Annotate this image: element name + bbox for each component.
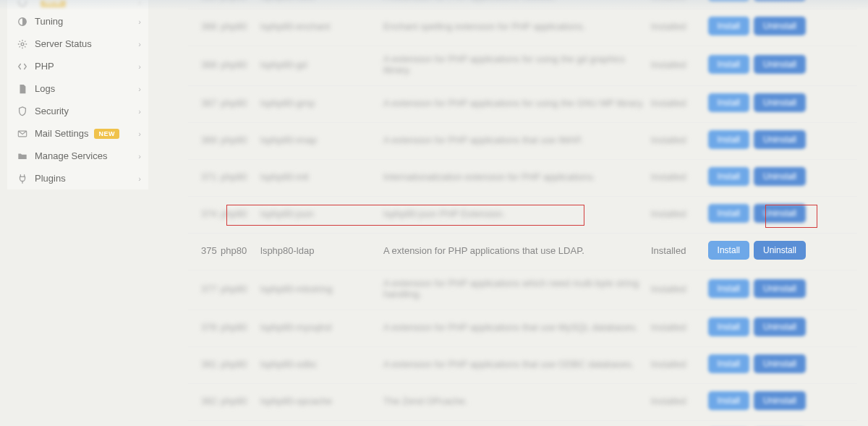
install-button[interactable]: Install (708, 318, 749, 336)
generic-icon (16, 0, 29, 7)
cell-version: php80 (221, 171, 260, 182)
table-row: 375php80lsphp80-ldapA extension for PHP … (188, 233, 857, 270)
install-button[interactable]: Install (708, 204, 749, 223)
cell-id: 367 (188, 98, 221, 108)
cell-name: lsphp80-imap (260, 135, 383, 145)
cell-version: php80 (221, 359, 260, 370)
cell-status: Installed (651, 322, 705, 333)
install-button[interactable]: Install (708, 241, 749, 260)
sidebar-item-plugins[interactable]: Plugins › (7, 167, 148, 189)
cell-status: Installed (651, 98, 705, 108)
uninstall-button[interactable]: Uninstall (754, 318, 806, 336)
chevron-right-icon: › (138, 17, 141, 26)
chevron-right-icon: › (138, 62, 141, 71)
install-button[interactable]: Install (708, 0, 749, 1)
uninstall-button[interactable]: Uninstall (754, 0, 806, 1)
sidebar-item-label: Server Status (35, 38, 92, 49)
code-icon (16, 61, 29, 72)
table-row: 378php80lsphp80-mysqlndA extension for P… (188, 310, 857, 346)
shield-icon (16, 106, 29, 116)
install-button[interactable]: Install (708, 17, 749, 35)
sidebar-item-tuning[interactable]: Tuning › (7, 10, 148, 33)
document-icon (16, 84, 29, 94)
install-button[interactable]: Install (708, 55, 749, 74)
cell-id: 378 (188, 322, 221, 333)
new-badge: NEW (94, 129, 119, 139)
uninstall-button[interactable]: Uninstall (754, 93, 806, 112)
cell-name: lsphp80-odbc (260, 359, 383, 370)
cell-status: Installed (651, 135, 705, 145)
uninstall-button[interactable]: Uninstall (754, 354, 806, 373)
install-button[interactable]: Install (708, 130, 749, 149)
uninstall-button[interactable]: Uninstall (754, 130, 806, 149)
cell-actions: InstallUninstall (705, 354, 810, 373)
install-button[interactable]: Install (708, 93, 749, 112)
gear-icon (16, 39, 29, 49)
cell-desc: A extension for PHP applications that us… (383, 359, 651, 370)
cell-status: Installed (651, 245, 705, 256)
install-button[interactable]: Install (708, 279, 749, 298)
cell-name: lsphp80-mbstring (260, 284, 383, 294)
sidebar: NEW › Tuning › Server Status › PHP › Log… (7, 0, 148, 189)
cell-actions: InstallUninstall (705, 130, 810, 149)
cell-desc: Internationalization extension for PHP a… (383, 171, 651, 182)
sidebar-item-manage-services[interactable]: Manage Services › (7, 145, 148, 167)
table-row: 377php80lsphp80-mbstringA extension for … (188, 270, 857, 310)
sidebar-item-security[interactable]: Security › (7, 100, 148, 122)
cell-name: lsphp80-xxxx (260, 0, 383, 1)
cell-id: 368 (188, 59, 221, 70)
mail-icon (16, 129, 29, 139)
cell-version: php80 (221, 284, 260, 294)
install-button[interactable]: Install (708, 167, 749, 186)
cell-actions: InstallUninstall (705, 318, 810, 336)
cell-status: Installed (651, 21, 705, 32)
chevron-right-icon: › (138, 174, 141, 183)
cell-desc: A extension for PHP applications which n… (383, 278, 651, 299)
uninstall-button[interactable]: Uninstall (754, 17, 806, 35)
uninstall-button[interactable]: Uninstall (754, 241, 806, 260)
sidebar-item-server-status[interactable]: Server Status › (7, 33, 148, 55)
uninstall-button[interactable]: Uninstall (754, 55, 806, 74)
cell-desc: A extension for PHP applications xxxxxxx (383, 0, 651, 1)
cell-actions: InstallUninstall (705, 0, 810, 1)
cell-actions: InstallUninstall (705, 55, 810, 74)
cell-actions: InstallUninstall (705, 279, 810, 298)
sidebar-item-label: Security (35, 106, 69, 116)
uninstall-button[interactable]: Uninstall (754, 391, 806, 410)
sidebar-item-label: Plugins (35, 173, 66, 184)
cell-status: Installed (651, 396, 705, 406)
chevron-right-icon: › (138, 107, 141, 116)
sidebar-item-label: PHP (35, 61, 54, 72)
sidebar-item-php[interactable]: PHP › (7, 55, 148, 77)
table-row: 000php80lsphp80-xxxxA extension for PHP … (188, 0, 857, 9)
install-button[interactable]: Install (708, 391, 749, 410)
cell-version: php80 (221, 59, 260, 70)
cell-actions: InstallUninstall (705, 167, 810, 186)
uninstall-button[interactable]: Uninstall (754, 167, 806, 186)
cell-desc: A extension for PHP applications that us… (383, 135, 651, 145)
table-row: 368php80lsphp80-gdA extension for PHP ap… (188, 46, 857, 85)
cell-id: 371 (188, 171, 221, 182)
sidebar-item-mail-settings[interactable]: Mail Settings NEW › (7, 122, 148, 145)
sidebar-item-partial[interactable]: NEW › (7, 0, 148, 10)
sidebar-item-label: Mail Settings (35, 128, 88, 139)
sidebar-item-logs[interactable]: Logs › (7, 77, 148, 100)
install-button[interactable]: Install (708, 354, 749, 373)
chevron-right-icon: › (138, 0, 141, 7)
cell-status: Installed (651, 59, 705, 70)
cell-status: Installed (651, 284, 705, 294)
table-row: 367php80lsphp80-gmpA extension for PHP a… (188, 85, 857, 122)
cell-desc: A extension for PHP applications for usi… (383, 98, 651, 108)
uninstall-button[interactable]: Uninstall (754, 204, 806, 223)
cell-id: 374 (188, 208, 221, 219)
cell-id: 369 (188, 135, 221, 145)
chevron-right-icon: › (138, 85, 141, 93)
cell-desc: A extension for PHP applications that us… (383, 322, 651, 333)
cell-status: Installed (651, 171, 705, 182)
chevron-right-icon: › (138, 152, 141, 161)
cell-id: 000 (188, 0, 221, 1)
chevron-right-icon: › (138, 40, 141, 48)
uninstall-button[interactable]: Uninstall (754, 279, 806, 298)
cell-name: lsphp80-enchant (260, 21, 383, 32)
cell-version: php80 (221, 322, 260, 333)
